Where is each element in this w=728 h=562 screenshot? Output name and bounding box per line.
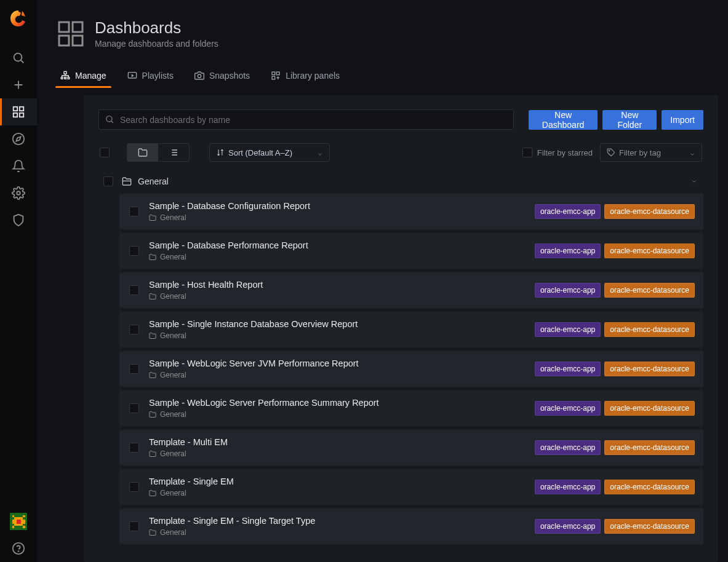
nav-admin[interactable]: [0, 207, 37, 234]
row-checkbox[interactable]: [129, 207, 139, 216]
row-checkbox[interactable]: [129, 364, 139, 374]
dashboard-row[interactable]: Sample - Host Health ReportGeneraloracle…: [119, 272, 703, 308]
nav-create[interactable]: [0, 71, 37, 98]
tab-manage[interactable]: Manage: [58, 66, 109, 87]
tag[interactable]: oracle-emcc-datasource: [604, 480, 695, 494]
dashboard-row[interactable]: Template - Single EM - Single Target Typ…: [119, 509, 703, 544]
row-tags: oracle-emcc-apporacle-emcc-datasource: [535, 440, 695, 455]
tag-filter-label: Filter by tag: [619, 148, 661, 157]
tag[interactable]: oracle-emcc-app: [535, 480, 601, 494]
tag[interactable]: oracle-emcc-datasource: [604, 519, 695, 534]
row-main[interactable]: Sample - WebLogic Server Performance Sum…: [149, 398, 379, 419]
row-checkbox[interactable]: [129, 403, 139, 413]
grafana-logo[interactable]: [9, 9, 28, 28]
nav-settings[interactable]: [0, 180, 37, 207]
row-checkbox[interactable]: [129, 521, 139, 531]
view-folders-button[interactable]: [127, 144, 158, 161]
tag[interactable]: oracle-emcc-app: [535, 519, 601, 534]
row-tags: oracle-emcc-apporacle-emcc-datasource: [535, 480, 695, 494]
nav-alerts[interactable]: [0, 152, 37, 180]
sort-select[interactable]: Sort (Default A–Z): [209, 143, 330, 162]
svg-point-28: [198, 74, 201, 77]
tag[interactable]: oracle-emcc-datasource: [604, 440, 695, 455]
svg-rect-4: [20, 113, 23, 117]
row-checkbox[interactable]: [129, 443, 139, 453]
dashboard-row[interactable]: Template - Multi EMGeneraloracle-emcc-ap…: [119, 430, 703, 465]
search-icon: [105, 114, 114, 124]
tab-snapshots[interactable]: Snapshots: [192, 66, 252, 87]
starred-label: Filter by starred: [537, 148, 593, 157]
row-folder: General: [149, 253, 308, 261]
tag[interactable]: oracle-emcc-app: [535, 440, 601, 455]
row-main[interactable]: Sample - Database Performance ReportGene…: [149, 240, 308, 261]
filter-starred[interactable]: Filter by starred: [522, 148, 593, 157]
chevron-down-icon: [317, 150, 323, 156]
select-all-checkbox[interactable]: [100, 148, 110, 157]
folder-row-general[interactable]: General: [98, 173, 703, 192]
tag[interactable]: oracle-emcc-app: [535, 243, 601, 258]
nav-dashboards[interactable]: [0, 98, 37, 125]
panel-top-row: New Dashboard New Folder Import: [98, 109, 703, 130]
row-folder: General: [149, 528, 315, 537]
row-main[interactable]: Sample - WebLogic Server JVM Performance…: [149, 358, 359, 379]
tag[interactable]: oracle-emcc-app: [535, 283, 601, 298]
tag[interactable]: oracle-emcc-app: [535, 204, 601, 219]
row-title: Sample - Database Configuration Report: [149, 201, 310, 211]
row-tags: oracle-emcc-apporacle-emcc-datasource: [535, 283, 695, 298]
row-main[interactable]: Sample - Host Health ReportGeneral: [149, 280, 263, 301]
nav-user-avatar[interactable]: [0, 508, 37, 535]
row-checkbox[interactable]: [129, 482, 139, 492]
row-main[interactable]: Template - Single EMGeneral: [149, 477, 234, 497]
chevron-down-icon: [689, 150, 695, 156]
svg-rect-16: [23, 526, 25, 528]
row-tags: oracle-emcc-apporacle-emcc-datasource: [535, 204, 695, 219]
row-main[interactable]: Sample - Database Configuration ReportGe…: [149, 201, 310, 222]
folder-checkbox[interactable]: [103, 176, 113, 186]
filter-tag-select[interactable]: Filter by tag: [600, 143, 702, 162]
svg-rect-30: [276, 72, 279, 75]
row-checkbox[interactable]: [129, 285, 139, 295]
tag[interactable]: oracle-emcc-datasource: [604, 322, 695, 337]
manage-panel: New Dashboard New Folder Import Sort (De…: [84, 95, 718, 562]
tag[interactable]: oracle-emcc-datasource: [604, 362, 695, 376]
row-checkbox[interactable]: [129, 325, 139, 334]
nav-explore[interactable]: [0, 125, 37, 152]
tag[interactable]: oracle-emcc-datasource: [604, 243, 695, 258]
tag[interactable]: oracle-emcc-app: [535, 362, 601, 376]
svg-rect-19: [59, 22, 69, 32]
dashboard-row[interactable]: Template - Single EMGeneraloracle-emcc-a…: [119, 469, 703, 505]
row-tags: oracle-emcc-apporacle-emcc-datasource: [535, 401, 695, 416]
nav-search[interactable]: [0, 44, 37, 71]
row-main[interactable]: Sample - Single Instance Database Overvi…: [149, 319, 358, 340]
tag[interactable]: oracle-emcc-datasource: [604, 283, 695, 298]
dashboard-row[interactable]: Sample - WebLogic Server Performance Sum…: [119, 390, 703, 426]
folder-name: General: [138, 176, 169, 186]
import-button[interactable]: Import: [662, 110, 703, 130]
starred-checkbox[interactable]: [522, 148, 532, 157]
row-title: Sample - Host Health Report: [149, 280, 263, 290]
tab-playlists[interactable]: Playlists: [125, 66, 176, 87]
tag[interactable]: oracle-emcc-datasource: [604, 401, 695, 416]
tab-library-panels[interactable]: Library panels: [268, 66, 342, 87]
svg-point-7: [17, 191, 20, 195]
dashboard-row[interactable]: Sample - WebLogic Server JVM Performance…: [119, 351, 703, 387]
row-main[interactable]: Template - Single EM - Single Target Typ…: [149, 516, 315, 537]
view-list-button[interactable]: [158, 144, 189, 161]
dashboard-row[interactable]: Sample - Single Instance Database Overvi…: [119, 312, 703, 347]
tag[interactable]: oracle-emcc-app: [535, 401, 601, 416]
tag[interactable]: oracle-emcc-app: [535, 322, 601, 337]
new-folder-button[interactable]: New Folder: [602, 110, 657, 130]
dashboard-row[interactable]: Sample - Database Configuration ReportGe…: [119, 194, 703, 229]
svg-point-18: [18, 551, 19, 552]
tabs: Manage Playlists Snapshots Library panel…: [58, 66, 728, 87]
main-content: Dashboards Manage dashboards and folders…: [37, 0, 728, 562]
search-input[interactable]: [98, 109, 514, 130]
row-checkbox[interactable]: [129, 246, 139, 256]
nav-help[interactable]: [0, 535, 37, 562]
dashboard-row[interactable]: Sample - Database Performance ReportGene…: [119, 233, 703, 269]
row-main[interactable]: Template - Multi EMGeneral: [149, 437, 228, 458]
new-dashboard-button[interactable]: New Dashboard: [529, 110, 598, 130]
tag[interactable]: oracle-emcc-datasource: [604, 204, 695, 219]
svg-point-0: [14, 53, 22, 61]
row-folder: General: [149, 489, 234, 497]
